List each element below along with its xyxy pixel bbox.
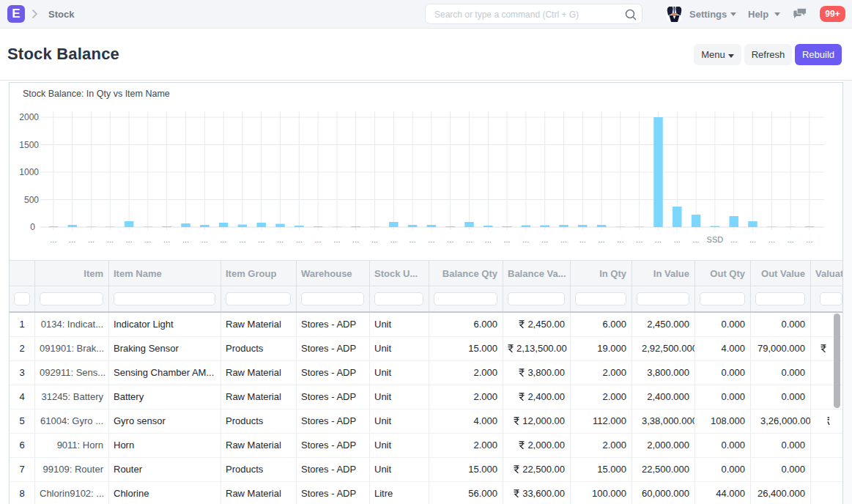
svg-text:...: ... xyxy=(126,235,133,244)
svg-text:...: ... xyxy=(296,235,303,244)
svg-text:...: ... xyxy=(50,235,56,244)
svg-text:1500: 1500 xyxy=(19,140,39,150)
svg-text:SSD: SSD xyxy=(707,235,724,244)
svg-text:1000: 1000 xyxy=(19,167,39,177)
svg-text:...: ... xyxy=(730,235,737,244)
svg-text:...: ... xyxy=(182,235,189,244)
svg-text:...: ... xyxy=(485,235,492,244)
svg-text:...: ... xyxy=(579,235,586,244)
svg-text:...: ... xyxy=(88,235,95,244)
svg-text:...: ... xyxy=(352,235,359,244)
svg-text:...: ... xyxy=(466,235,473,244)
svg-text:...: ... xyxy=(655,235,662,244)
svg-text:...: ... xyxy=(447,235,453,244)
svg-text:...: ... xyxy=(617,235,623,244)
svg-text:2000: 2000 xyxy=(19,112,39,122)
svg-text:...: ... xyxy=(674,235,681,244)
svg-text:...: ... xyxy=(371,235,378,244)
svg-text:...: ... xyxy=(333,235,340,244)
svg-text:...: ... xyxy=(428,235,434,244)
svg-text:...: ... xyxy=(277,235,284,244)
svg-text:500: 500 xyxy=(24,195,39,205)
svg-text:0: 0 xyxy=(30,222,35,232)
svg-text:...: ... xyxy=(541,235,548,244)
svg-text:...: ... xyxy=(410,235,416,244)
svg-text:...: ... xyxy=(749,235,756,244)
svg-text:...: ... xyxy=(560,235,567,244)
svg-text:...: ... xyxy=(258,235,264,244)
svg-text:...: ... xyxy=(201,235,208,244)
svg-text:...: ... xyxy=(239,235,245,244)
svg-text:...: ... xyxy=(107,235,114,244)
svg-text:...: ... xyxy=(221,235,227,244)
svg-text:...: ... xyxy=(163,235,170,244)
svg-text:...: ... xyxy=(69,235,75,244)
svg-text:...: ... xyxy=(144,235,151,244)
svg-text:...: ... xyxy=(693,235,700,244)
svg-text:...: ... xyxy=(390,235,397,244)
svg-text:...: ... xyxy=(522,235,529,244)
svg-text:...: ... xyxy=(636,235,642,244)
svg-text:...: ... xyxy=(768,235,775,244)
svg-text:...: ... xyxy=(315,235,322,244)
svg-text:...: ... xyxy=(504,235,511,244)
svg-text:...: ... xyxy=(806,235,812,244)
svg-text:...: ... xyxy=(788,235,794,244)
svg-text:...: ... xyxy=(599,235,605,244)
